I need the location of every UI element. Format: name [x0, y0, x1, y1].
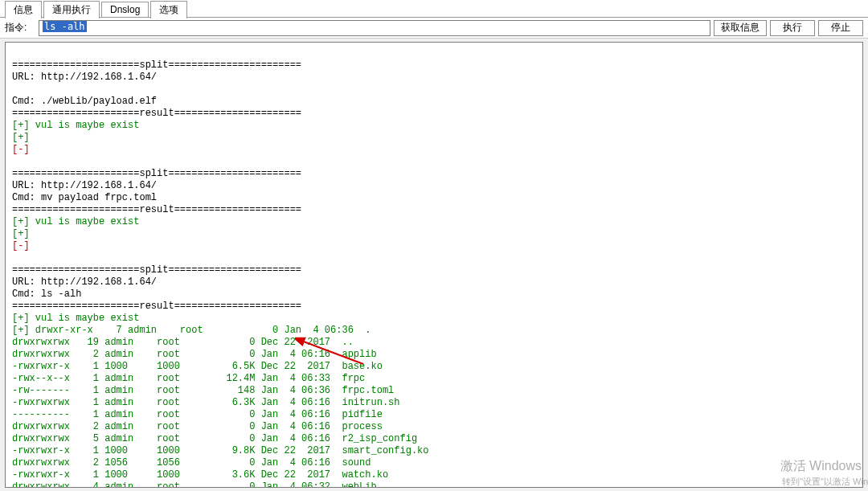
tab-bar: 信息 通用执行 Dnslog 选项 — [0, 0, 868, 18]
command-label: 指令: — [5, 21, 35, 35]
get-info-button[interactable]: 获取信息 — [714, 20, 767, 36]
stop-button[interactable]: 停止 — [818, 20, 863, 36]
tab-options[interactable]: 选项 — [150, 1, 187, 18]
execute-button[interactable]: 执行 — [770, 20, 815, 36]
tab-dnslog[interactable]: Dnslog — [101, 2, 149, 17]
tab-info[interactable]: 信息 — [5, 1, 42, 18]
watermark-line1: 激活 Windows — [780, 458, 862, 475]
command-bar: 指令: ls -alh 获取信息 执行 停止 — [0, 18, 868, 39]
output-pane[interactable]: ======================split=============… — [5, 42, 863, 488]
tab-general-exec[interactable]: 通用执行 — [43, 1, 100, 18]
watermark-line2: 转到"设置"以激活 Win — [782, 476, 868, 488]
command-input[interactable]: ls -alh — [39, 20, 710, 36]
